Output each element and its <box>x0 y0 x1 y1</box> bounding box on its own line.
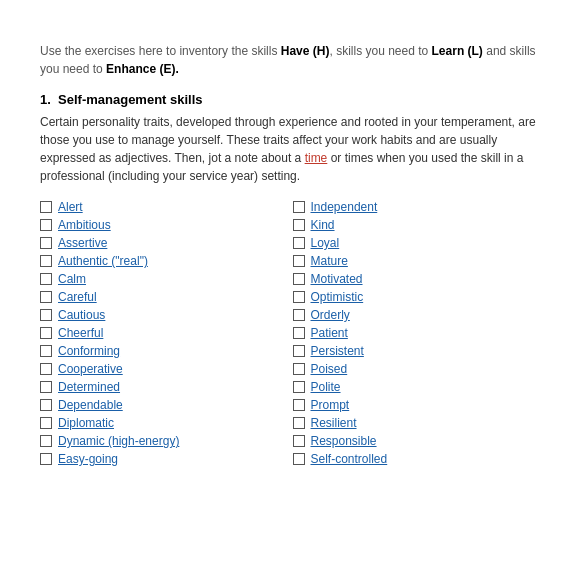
right-item-label-4: Motivated <box>311 272 363 286</box>
right-item-8[interactable]: Persistent <box>293 343 546 359</box>
checkbox-left-0[interactable] <box>40 201 52 213</box>
left-item-4[interactable]: Calm <box>40 271 293 287</box>
checkbox-right-8[interactable] <box>293 345 305 357</box>
left-item-label-4: Calm <box>58 272 86 286</box>
left-item-2[interactable]: Assertive <box>40 235 293 251</box>
checkbox-left-11[interactable] <box>40 399 52 411</box>
right-item-label-13: Responsible <box>311 434 377 448</box>
right-item-6[interactable]: Orderly <box>293 307 546 323</box>
checkbox-right-0[interactable] <box>293 201 305 213</box>
left-item-label-13: Dynamic (high-energy) <box>58 434 179 448</box>
right-item-label-14: Self-controlled <box>311 452 388 466</box>
left-item-1[interactable]: Ambitious <box>40 217 293 233</box>
right-item-label-12: Resilient <box>311 416 357 430</box>
checkbox-right-13[interactable] <box>293 435 305 447</box>
checkbox-left-10[interactable] <box>40 381 52 393</box>
left-item-label-10: Determined <box>58 380 120 394</box>
left-item-0[interactable]: Alert <box>40 199 293 215</box>
right-item-0[interactable]: Independent <box>293 199 546 215</box>
checkbox-left-5[interactable] <box>40 291 52 303</box>
checkbox-right-12[interactable] <box>293 417 305 429</box>
left-item-label-0: Alert <box>58 200 83 214</box>
left-item-label-9: Cooperative <box>58 362 123 376</box>
left-item-14[interactable]: Easy-going <box>40 451 293 467</box>
right-item-2[interactable]: Loyal <box>293 235 546 251</box>
left-column: AlertAmbitiousAssertiveAuthentic ("real"… <box>40 199 293 467</box>
checkbox-right-2[interactable] <box>293 237 305 249</box>
right-item-10[interactable]: Polite <box>293 379 546 395</box>
left-item-6[interactable]: Cautious <box>40 307 293 323</box>
checkbox-left-4[interactable] <box>40 273 52 285</box>
checkbox-right-10[interactable] <box>293 381 305 393</box>
checkbox-left-7[interactable] <box>40 327 52 339</box>
checkbox-right-7[interactable] <box>293 327 305 339</box>
left-item-label-11: Dependable <box>58 398 123 412</box>
right-item-label-11: Prompt <box>311 398 350 412</box>
right-item-3[interactable]: Mature <box>293 253 546 269</box>
right-item-label-1: Kind <box>311 218 335 232</box>
right-column: IndependentKindLoyalMatureMotivatedOptim… <box>293 199 546 467</box>
right-item-label-3: Mature <box>311 254 348 268</box>
left-item-11[interactable]: Dependable <box>40 397 293 413</box>
intro-text: Use the exercises here to inventory the … <box>40 42 545 78</box>
right-item-1[interactable]: Kind <box>293 217 546 233</box>
left-item-label-8: Conforming <box>58 344 120 358</box>
left-item-9[interactable]: Cooperative <box>40 361 293 377</box>
right-item-label-8: Persistent <box>311 344 364 358</box>
checkbox-right-9[interactable] <box>293 363 305 375</box>
checkbox-right-5[interactable] <box>293 291 305 303</box>
left-item-label-7: Cheerful <box>58 326 103 340</box>
left-item-3[interactable]: Authentic ("real") <box>40 253 293 269</box>
checkbox-right-14[interactable] <box>293 453 305 465</box>
right-item-label-10: Polite <box>311 380 341 394</box>
right-item-label-6: Orderly <box>311 308 350 322</box>
checkbox-left-13[interactable] <box>40 435 52 447</box>
right-item-7[interactable]: Patient <box>293 325 546 341</box>
right-item-label-7: Patient <box>311 326 348 340</box>
right-item-label-0: Independent <box>311 200 378 214</box>
checkbox-left-14[interactable] <box>40 453 52 465</box>
left-item-label-6: Cautious <box>58 308 105 322</box>
checkbox-left-1[interactable] <box>40 219 52 231</box>
checkbox-left-2[interactable] <box>40 237 52 249</box>
left-item-7[interactable]: Cheerful <box>40 325 293 341</box>
checkbox-right-4[interactable] <box>293 273 305 285</box>
left-item-12[interactable]: Diplomatic <box>40 415 293 431</box>
checkbox-right-3[interactable] <box>293 255 305 267</box>
right-item-9[interactable]: Poised <box>293 361 546 377</box>
right-item-5[interactable]: Optimistic <box>293 289 546 305</box>
section-title: 1. Self-management skills <box>40 92 545 107</box>
left-item-label-5: Careful <box>58 290 97 304</box>
left-item-8[interactable]: Conforming <box>40 343 293 359</box>
section-description: Certain personality traits, developed th… <box>40 113 545 185</box>
left-item-label-1: Ambitious <box>58 218 111 232</box>
checklist-container: AlertAmbitiousAssertiveAuthentic ("real"… <box>40 199 545 467</box>
right-item-label-2: Loyal <box>311 236 340 250</box>
left-item-label-14: Easy-going <box>58 452 118 466</box>
left-item-5[interactable]: Careful <box>40 289 293 305</box>
checkbox-left-3[interactable] <box>40 255 52 267</box>
checkbox-right-6[interactable] <box>293 309 305 321</box>
checkbox-left-8[interactable] <box>40 345 52 357</box>
right-item-11[interactable]: Prompt <box>293 397 546 413</box>
right-item-12[interactable]: Resilient <box>293 415 546 431</box>
left-item-label-3: Authentic ("real") <box>58 254 148 268</box>
right-item-13[interactable]: Responsible <box>293 433 546 449</box>
left-item-10[interactable]: Determined <box>40 379 293 395</box>
checkbox-left-6[interactable] <box>40 309 52 321</box>
right-item-label-9: Poised <box>311 362 348 376</box>
checkbox-left-9[interactable] <box>40 363 52 375</box>
checkbox-left-12[interactable] <box>40 417 52 429</box>
left-item-label-2: Assertive <box>58 236 107 250</box>
right-item-4[interactable]: Motivated <box>293 271 546 287</box>
right-item-label-5: Optimistic <box>311 290 364 304</box>
left-item-label-12: Diplomatic <box>58 416 114 430</box>
checkbox-right-11[interactable] <box>293 399 305 411</box>
checkbox-right-1[interactable] <box>293 219 305 231</box>
right-item-14[interactable]: Self-controlled <box>293 451 546 467</box>
left-item-13[interactable]: Dynamic (high-energy) <box>40 433 293 449</box>
